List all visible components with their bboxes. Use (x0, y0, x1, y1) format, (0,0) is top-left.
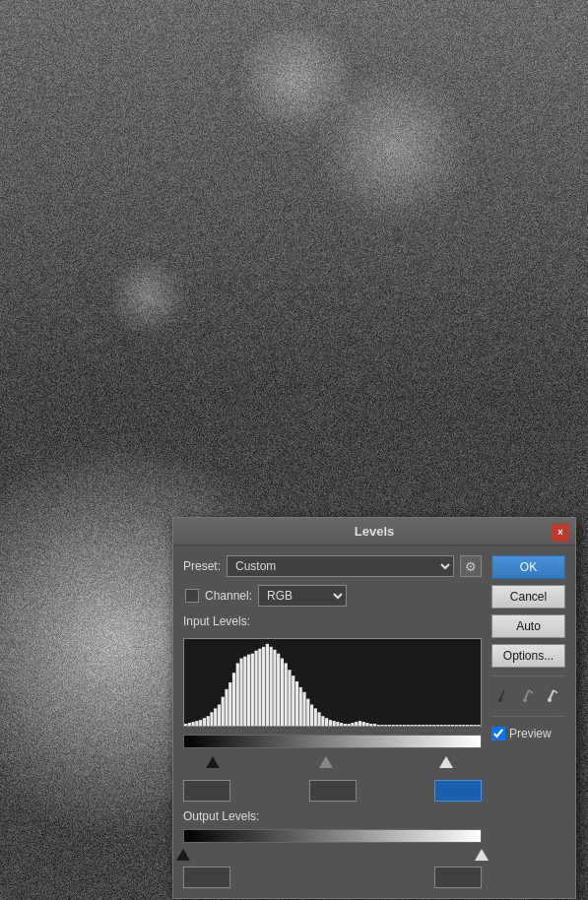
cancel-button[interactable]: Cancel (491, 585, 565, 609)
svg-rect-78 (473, 725, 476, 726)
histogram-svg (184, 639, 481, 726)
black-input-handle[interactable] (206, 756, 220, 768)
svg-rect-49 (365, 723, 368, 726)
output-gradient (183, 829, 482, 843)
svg-rect-56 (392, 725, 395, 726)
black-eyedropper-button[interactable] (494, 686, 514, 706)
histogram (183, 638, 482, 727)
midtone-input-value[interactable]: .75 (309, 780, 357, 802)
svg-rect-68 (436, 725, 439, 726)
svg-rect-3 (195, 721, 198, 726)
output-levels-label: Output Levels: (183, 809, 482, 823)
midtone-input-handle[interactable] (319, 756, 333, 768)
input-values-row: 25 .75 225 (183, 780, 482, 802)
svg-rect-61 (411, 725, 414, 726)
svg-point-81 (498, 698, 502, 702)
svg-rect-4 (199, 720, 202, 726)
svg-rect-38 (325, 718, 328, 726)
preview-label[interactable]: Preview (509, 727, 552, 740)
preset-row: Preset: Custom ⚙ (183, 555, 482, 577)
svg-rect-50 (369, 724, 372, 726)
svg-rect-35 (314, 708, 317, 726)
preset-label: Preset: (183, 559, 221, 573)
svg-rect-7 (210, 712, 213, 726)
svg-rect-28 (288, 670, 291, 726)
white-output-handle[interactable] (475, 849, 489, 861)
black-input-value[interactable]: 25 (183, 780, 230, 802)
svg-rect-45 (351, 723, 354, 726)
svg-line-88 (554, 690, 557, 693)
options-button[interactable]: Options... (491, 644, 565, 668)
svg-rect-10 (222, 697, 225, 726)
gear-button[interactable]: ⚙ (460, 555, 482, 577)
svg-rect-47 (359, 721, 361, 726)
svg-rect-75 (462, 725, 465, 726)
black-output-value[interactable]: 0 (183, 867, 230, 888)
svg-rect-14 (236, 663, 239, 726)
left-panel: Preset: Custom ⚙ Channel: RGB Input Leve… (183, 555, 482, 888)
levels-dialog: Levels × Preset: Custom ⚙ Channel: RGB (172, 517, 576, 899)
channel-row: Channel: RGB (183, 585, 482, 607)
svg-rect-27 (285, 663, 288, 726)
svg-rect-62 (414, 725, 417, 726)
ok-button[interactable]: OK (491, 555, 565, 579)
gray-eyedropper-button[interactable] (519, 686, 539, 706)
white-eyedropper-button[interactable] (544, 686, 563, 706)
svg-rect-19 (254, 651, 257, 726)
svg-rect-71 (447, 725, 450, 726)
preset-select[interactable]: Custom (227, 555, 454, 577)
svg-rect-74 (458, 725, 461, 726)
svg-rect-31 (299, 687, 302, 726)
svg-rect-67 (432, 725, 435, 726)
white-output-value[interactable]: 255 (434, 867, 482, 888)
svg-rect-76 (466, 725, 469, 726)
svg-rect-73 (455, 725, 458, 726)
input-slider-track (183, 735, 482, 748)
svg-rect-63 (418, 725, 421, 726)
svg-rect-58 (399, 725, 402, 726)
svg-rect-24 (273, 650, 276, 726)
svg-rect-29 (292, 675, 294, 726)
channel-label: Channel: (205, 589, 252, 603)
svg-rect-17 (247, 655, 250, 726)
svg-rect-77 (470, 725, 473, 726)
svg-rect-41 (336, 722, 339, 726)
white-input-value[interactable]: 225 (434, 780, 482, 802)
svg-rect-66 (428, 725, 431, 726)
svg-rect-51 (373, 724, 376, 726)
svg-rect-1 (188, 723, 191, 726)
svg-line-85 (529, 690, 533, 693)
close-button[interactable]: × (552, 523, 569, 541)
svg-rect-65 (425, 725, 428, 726)
white-input-handle[interactable] (439, 756, 453, 768)
svg-rect-43 (344, 724, 347, 726)
input-levels-label: Input Levels: (183, 614, 482, 628)
svg-rect-64 (422, 725, 425, 726)
svg-rect-6 (207, 716, 210, 726)
svg-point-87 (548, 698, 552, 702)
svg-rect-57 (395, 725, 398, 726)
dialog-content: Preset: Custom ⚙ Channel: RGB Input Leve… (173, 546, 575, 898)
svg-rect-5 (203, 718, 206, 726)
svg-rect-18 (251, 654, 254, 726)
svg-rect-30 (295, 681, 298, 726)
auto-button[interactable]: Auto (491, 614, 565, 638)
svg-rect-20 (258, 649, 261, 726)
svg-rect-53 (380, 725, 383, 726)
svg-rect-52 (377, 725, 380, 726)
svg-rect-54 (384, 725, 387, 726)
svg-rect-32 (302, 692, 305, 726)
gray-eyedropper-icon (521, 688, 537, 704)
black-eyedropper-icon (496, 688, 512, 704)
svg-rect-60 (407, 725, 410, 726)
preview-row: Preview (491, 727, 565, 740)
svg-rect-59 (403, 725, 406, 726)
svg-point-84 (523, 698, 527, 702)
preview-checkbox[interactable] (491, 727, 505, 740)
channel-select[interactable]: RGB (258, 585, 347, 607)
input-slider-handles (183, 754, 482, 770)
svg-rect-13 (232, 673, 235, 726)
black-output-handle[interactable] (176, 849, 190, 861)
svg-rect-8 (214, 708, 217, 726)
svg-rect-46 (355, 722, 358, 726)
